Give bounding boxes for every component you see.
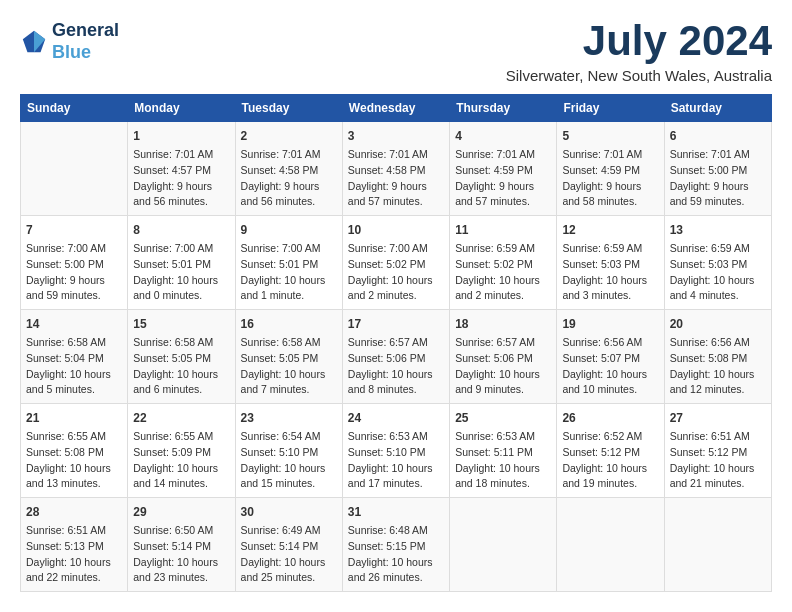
day-info: Sunrise: 7:01 AMSunset: 4:57 PMDaylight:…	[133, 147, 229, 210]
day-info: Sunrise: 6:55 AMSunset: 5:08 PMDaylight:…	[26, 429, 122, 492]
day-number: 10	[348, 221, 444, 239]
calendar-cell: 13Sunrise: 6:59 AMSunset: 5:03 PMDayligh…	[664, 216, 771, 310]
calendar-cell: 31Sunrise: 6:48 AMSunset: 5:15 PMDayligh…	[342, 498, 449, 592]
day-number: 19	[562, 315, 658, 333]
day-info: Sunrise: 6:58 AMSunset: 5:05 PMDaylight:…	[133, 335, 229, 398]
calendar-cell: 29Sunrise: 6:50 AMSunset: 5:14 PMDayligh…	[128, 498, 235, 592]
calendar-cell: 9Sunrise: 7:00 AMSunset: 5:01 PMDaylight…	[235, 216, 342, 310]
day-info: Sunrise: 6:58 AMSunset: 5:05 PMDaylight:…	[241, 335, 337, 398]
day-number: 1	[133, 127, 229, 145]
calendar-cell: 25Sunrise: 6:53 AMSunset: 5:11 PMDayligh…	[450, 404, 557, 498]
calendar-cell	[664, 498, 771, 592]
header-row: Sunday Monday Tuesday Wednesday Thursday…	[21, 95, 772, 122]
calendar-cell: 30Sunrise: 6:49 AMSunset: 5:14 PMDayligh…	[235, 498, 342, 592]
day-info: Sunrise: 6:55 AMSunset: 5:09 PMDaylight:…	[133, 429, 229, 492]
logo: General Blue	[20, 20, 119, 63]
day-number: 26	[562, 409, 658, 427]
calendar-cell	[557, 498, 664, 592]
calendar-cell: 17Sunrise: 6:57 AMSunset: 5:06 PMDayligh…	[342, 310, 449, 404]
day-number: 12	[562, 221, 658, 239]
day-number: 11	[455, 221, 551, 239]
calendar-cell: 2Sunrise: 7:01 AMSunset: 4:58 PMDaylight…	[235, 122, 342, 216]
day-info: Sunrise: 6:53 AMSunset: 5:11 PMDaylight:…	[455, 429, 551, 492]
calendar-cell: 14Sunrise: 6:58 AMSunset: 5:04 PMDayligh…	[21, 310, 128, 404]
day-number: 15	[133, 315, 229, 333]
logo-line2: Blue	[52, 42, 119, 64]
calendar-cell: 16Sunrise: 6:58 AMSunset: 5:05 PMDayligh…	[235, 310, 342, 404]
week-row-2: 7Sunrise: 7:00 AMSunset: 5:00 PMDaylight…	[21, 216, 772, 310]
calendar-cell: 1Sunrise: 7:01 AMSunset: 4:57 PMDaylight…	[128, 122, 235, 216]
calendar-cell: 21Sunrise: 6:55 AMSunset: 5:08 PMDayligh…	[21, 404, 128, 498]
day-info: Sunrise: 6:53 AMSunset: 5:10 PMDaylight:…	[348, 429, 444, 492]
calendar-cell: 10Sunrise: 7:00 AMSunset: 5:02 PMDayligh…	[342, 216, 449, 310]
day-info: Sunrise: 6:54 AMSunset: 5:10 PMDaylight:…	[241, 429, 337, 492]
day-number: 5	[562, 127, 658, 145]
calendar-cell: 11Sunrise: 6:59 AMSunset: 5:02 PMDayligh…	[450, 216, 557, 310]
calendar-cell: 26Sunrise: 6:52 AMSunset: 5:12 PMDayligh…	[557, 404, 664, 498]
week-row-1: 1Sunrise: 7:01 AMSunset: 4:57 PMDaylight…	[21, 122, 772, 216]
logo-line1: General	[52, 20, 119, 42]
calendar-cell: 6Sunrise: 7:01 AMSunset: 5:00 PMDaylight…	[664, 122, 771, 216]
calendar-cell: 12Sunrise: 6:59 AMSunset: 5:03 PMDayligh…	[557, 216, 664, 310]
calendar-cell: 4Sunrise: 7:01 AMSunset: 4:59 PMDaylight…	[450, 122, 557, 216]
calendar-cell: 24Sunrise: 6:53 AMSunset: 5:10 PMDayligh…	[342, 404, 449, 498]
calendar-cell: 15Sunrise: 6:58 AMSunset: 5:05 PMDayligh…	[128, 310, 235, 404]
day-info: Sunrise: 6:50 AMSunset: 5:14 PMDaylight:…	[133, 523, 229, 586]
logo-text: General Blue	[52, 20, 119, 63]
calendar-cell: 28Sunrise: 6:51 AMSunset: 5:13 PMDayligh…	[21, 498, 128, 592]
day-number: 28	[26, 503, 122, 521]
col-thursday: Thursday	[450, 95, 557, 122]
col-saturday: Saturday	[664, 95, 771, 122]
day-info: Sunrise: 7:01 AMSunset: 4:58 PMDaylight:…	[241, 147, 337, 210]
day-info: Sunrise: 7:00 AMSunset: 5:00 PMDaylight:…	[26, 241, 122, 304]
calendar-cell: 23Sunrise: 6:54 AMSunset: 5:10 PMDayligh…	[235, 404, 342, 498]
day-number: 31	[348, 503, 444, 521]
calendar-cell: 5Sunrise: 7:01 AMSunset: 4:59 PMDaylight…	[557, 122, 664, 216]
day-info: Sunrise: 7:00 AMSunset: 5:02 PMDaylight:…	[348, 241, 444, 304]
day-info: Sunrise: 6:51 AMSunset: 5:12 PMDaylight:…	[670, 429, 766, 492]
day-number: 9	[241, 221, 337, 239]
day-info: Sunrise: 6:59 AMSunset: 5:02 PMDaylight:…	[455, 241, 551, 304]
day-info: Sunrise: 6:51 AMSunset: 5:13 PMDaylight:…	[26, 523, 122, 586]
day-number: 3	[348, 127, 444, 145]
logo-icon	[20, 28, 48, 56]
week-row-4: 21Sunrise: 6:55 AMSunset: 5:08 PMDayligh…	[21, 404, 772, 498]
col-tuesday: Tuesday	[235, 95, 342, 122]
title: July 2024	[583, 20, 772, 62]
day-info: Sunrise: 6:56 AMSunset: 5:07 PMDaylight:…	[562, 335, 658, 398]
calendar-cell	[450, 498, 557, 592]
day-number: 21	[26, 409, 122, 427]
col-friday: Friday	[557, 95, 664, 122]
day-info: Sunrise: 6:59 AMSunset: 5:03 PMDaylight:…	[562, 241, 658, 304]
day-info: Sunrise: 6:52 AMSunset: 5:12 PMDaylight:…	[562, 429, 658, 492]
day-number: 22	[133, 409, 229, 427]
page-container: General Blue July 2024 Silverwater, New …	[0, 0, 792, 602]
day-info: Sunrise: 6:59 AMSunset: 5:03 PMDaylight:…	[670, 241, 766, 304]
day-number: 7	[26, 221, 122, 239]
day-number: 24	[348, 409, 444, 427]
day-info: Sunrise: 7:01 AMSunset: 5:00 PMDaylight:…	[670, 147, 766, 210]
day-number: 13	[670, 221, 766, 239]
day-info: Sunrise: 7:01 AMSunset: 4:59 PMDaylight:…	[455, 147, 551, 210]
calendar-cell	[21, 122, 128, 216]
calendar-cell: 22Sunrise: 6:55 AMSunset: 5:09 PMDayligh…	[128, 404, 235, 498]
calendar-cell: 8Sunrise: 7:00 AMSunset: 5:01 PMDaylight…	[128, 216, 235, 310]
subtitle: Silverwater, New South Wales, Australia	[20, 67, 772, 84]
col-sunday: Sunday	[21, 95, 128, 122]
header: General Blue July 2024	[20, 20, 772, 63]
day-number: 4	[455, 127, 551, 145]
day-info: Sunrise: 7:01 AMSunset: 4:59 PMDaylight:…	[562, 147, 658, 210]
calendar-cell: 7Sunrise: 7:00 AMSunset: 5:00 PMDaylight…	[21, 216, 128, 310]
day-info: Sunrise: 6:58 AMSunset: 5:04 PMDaylight:…	[26, 335, 122, 398]
day-info: Sunrise: 7:00 AMSunset: 5:01 PMDaylight:…	[133, 241, 229, 304]
day-number: 16	[241, 315, 337, 333]
day-number: 2	[241, 127, 337, 145]
day-number: 30	[241, 503, 337, 521]
calendar-cell: 18Sunrise: 6:57 AMSunset: 5:06 PMDayligh…	[450, 310, 557, 404]
col-monday: Monday	[128, 95, 235, 122]
calendar-cell: 20Sunrise: 6:56 AMSunset: 5:08 PMDayligh…	[664, 310, 771, 404]
day-info: Sunrise: 7:01 AMSunset: 4:58 PMDaylight:…	[348, 147, 444, 210]
day-number: 18	[455, 315, 551, 333]
day-info: Sunrise: 6:49 AMSunset: 5:14 PMDaylight:…	[241, 523, 337, 586]
day-info: Sunrise: 6:57 AMSunset: 5:06 PMDaylight:…	[455, 335, 551, 398]
